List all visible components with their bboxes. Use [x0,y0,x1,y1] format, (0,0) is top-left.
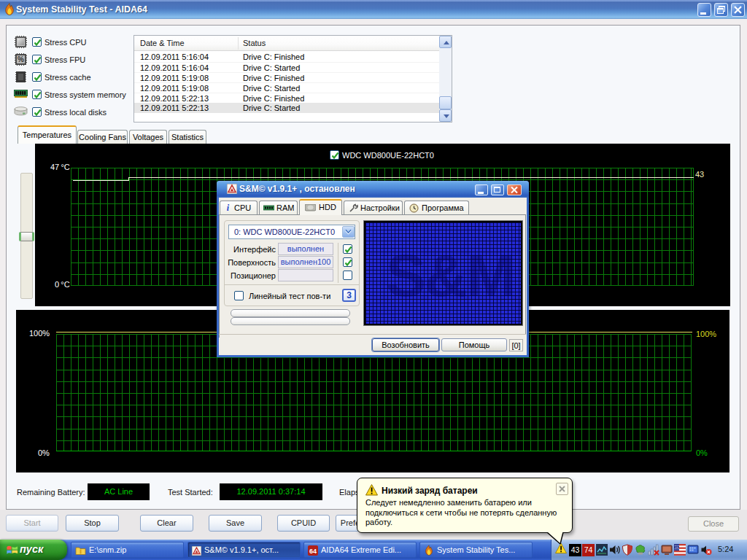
svg-text:%: % [18,55,24,63]
svg-text:64: 64 [309,548,317,555]
svg-text:i: i [227,203,230,212]
